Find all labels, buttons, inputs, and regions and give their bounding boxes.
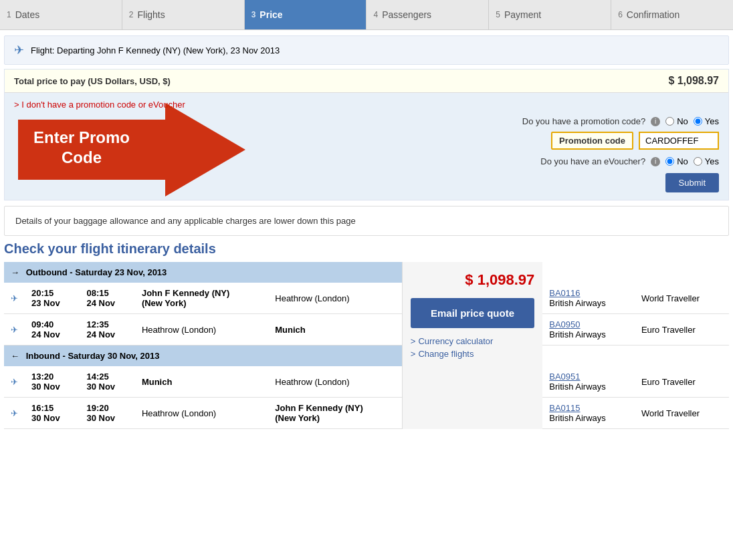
baggage-text: Details of your baggage allowance and an… — [15, 216, 356, 226]
to-3: Heathrow (London) — [268, 366, 402, 398]
step-num-1: 1 — [7, 10, 11, 19]
price-section: Total price to pay (US Dollars, USD, $) … — [4, 69, 729, 200]
promo-section: Enter Promo Code I don't have a promotio… — [5, 93, 728, 200]
right-panel: $ 1,098.97 Email price quote Currency ca… — [402, 262, 542, 429]
outbound-header-row: → Outbound - Saturday 23 Nov, 2013 $ 1,0… — [4, 262, 729, 283]
table-row: ✈ 13:20 30 Nov 14:25 30 Nov Munich Heath… — [4, 366, 729, 398]
cabin-3: Euro Traveller — [635, 366, 729, 398]
plane-icon-cell-3: ✈ — [4, 366, 25, 398]
flight-info-4: BA0115 British Airways — [542, 398, 635, 429]
promo-question-row: Do you have a promotion code? i No Yes — [14, 116, 719, 126]
submit-button[interactable]: Submit — [665, 173, 719, 192]
arrive-time-1: 08:15 24 Nov — [80, 283, 134, 314]
flight-info-1: BA0116 British Airways — [542, 283, 635, 314]
promo-no-label: No — [677, 116, 688, 126]
flight-info-bar: ✈ Flight: Departing John F Kennedy (NY) … — [4, 35, 729, 65]
to-4: John F Kennedy (NY)(New York) — [268, 398, 402, 429]
big-price: $ 1,098.97 — [411, 271, 535, 289]
evoucher-info-icon[interactable]: i — [651, 157, 660, 166]
baggage-info: Details of your baggage allowance and an… — [4, 206, 729, 236]
table-row: ✈ 16:15 30 Nov 19:20 30 Nov Heathrow (Lo… — [4, 398, 729, 429]
step-flights[interactable]: 2 Flights — [122, 0, 245, 29]
inbound-label: Inbound - Saturday 30 Nov, 2013 — [26, 351, 160, 361]
total-price-value: $ 1,098.97 — [668, 75, 719, 87]
plane-icon-cell: ✈ — [4, 283, 25, 314]
step-label-dates: Dates — [15, 9, 40, 20]
arrive-time-4: 19:20 30 Nov — [80, 398, 134, 429]
from-2: Heathrow (London) — [135, 314, 268, 345]
step-passengers[interactable]: 4 Passengers — [366, 0, 489, 29]
step-label-payment: Payment — [504, 9, 541, 20]
table-row: ✈ 09:40 24 Nov 12:35 24 Nov Heathrow (Lo… — [4, 314, 729, 345]
plane-icon-cell-4: ✈ — [4, 398, 25, 429]
depart-time-3: 13:20 30 Nov — [25, 366, 80, 398]
promo-yes-label: Yes — [705, 116, 719, 126]
flight-num-link-3[interactable]: BA0951 — [549, 372, 580, 382]
promo-radio-yes[interactable]: Yes — [694, 116, 719, 126]
step-label-passengers: Passengers — [382, 9, 431, 20]
inbound-header-row: ← Inbound - Saturday 30 Nov, 2013 — [4, 345, 729, 367]
promo-code-label: Promotion code — [551, 132, 633, 150]
flight-info-3: BA0951 British Airways — [542, 366, 635, 398]
carrier-1: British Airways — [549, 298, 606, 308]
plane-icon-3: ✈ — [11, 377, 18, 387]
evoucher-no-label: No — [677, 156, 688, 166]
step-num-6: 6 — [618, 10, 623, 19]
flight-info-2: BA0950 British Airways — [542, 314, 635, 345]
depart-time-2: 09:40 24 Nov — [25, 314, 80, 345]
carrier-4: British Airways — [549, 413, 606, 423]
total-price-label: Total price to pay (US Dollars, USD, $) — [14, 76, 171, 86]
promo-info-icon[interactable]: i — [651, 117, 660, 126]
step-num-5: 5 — [496, 10, 500, 19]
promo-question-label: Do you have a promotion code? — [522, 116, 645, 126]
flight-num-link-2[interactable]: BA0950 — [549, 319, 580, 329]
promo-no-code[interactable]: I don't have a promotion code or eVouche… — [14, 100, 719, 110]
evoucher-question-label: Do you have an eVoucher? — [540, 156, 645, 166]
promo-code-input[interactable] — [639, 132, 719, 150]
carrier-2: British Airways — [549, 329, 606, 339]
outbound-label: Outbound - Saturday 23 Nov, 2013 — [26, 267, 167, 277]
evoucher-radio-no[interactable]: No — [665, 156, 688, 166]
step-label-confirmation: Confirmation — [627, 9, 679, 20]
cabin-4: World Traveller — [635, 398, 729, 429]
wizard-steps: 1 Dates 2 Flights 3 Price 4 Passengers 5… — [0, 0, 733, 30]
flight-info-details: Departing John F Kennedy (NY) (New York)… — [57, 45, 280, 55]
itinerary-section: Check your flight itinerary details → Ou… — [4, 241, 729, 429]
total-price-row: Total price to pay (US Dollars, USD, $) … — [5, 69, 728, 93]
step-num-3: 3 — [251, 10, 256, 19]
plane-icon-2: ✈ — [11, 325, 18, 335]
cabin-2: Euro Traveller — [635, 314, 729, 345]
plane-icon: ✈ — [11, 293, 18, 303]
step-dates[interactable]: 1 Dates — [0, 0, 122, 29]
flight-num-link-1[interactable]: BA0116 — [549, 288, 580, 298]
step-payment[interactable]: 5 Payment — [489, 0, 611, 29]
from-4: Heathrow (London) — [135, 398, 268, 429]
evoucher-row: Do you have an eVoucher? i No Yes — [14, 156, 719, 166]
step-label-flights: Flights — [138, 9, 165, 20]
evoucher-yes-label: Yes — [705, 156, 719, 166]
table-row: ✈ 20:15 23 Nov 08:15 24 Nov John F Kenne… — [4, 283, 729, 314]
arrive-time-2: 12:35 24 Nov — [80, 314, 134, 345]
from-3: Munich — [135, 366, 268, 398]
step-price[interactable]: 3 Price — [245, 0, 367, 29]
plane-icon: ✈ — [14, 43, 24, 57]
plane-icon-4: ✈ — [11, 408, 18, 418]
depart-time-1: 20:15 23 Nov — [25, 283, 80, 314]
promo-radio-no[interactable]: No — [665, 116, 688, 126]
change-flights-link[interactable]: Change flights — [411, 349, 535, 359]
currency-calc-link[interactable]: Currency calculator — [411, 336, 535, 346]
flight-num-link-4[interactable]: BA0115 — [549, 403, 580, 413]
plane-icon-cell-2: ✈ — [4, 314, 25, 345]
to-2: Munich — [268, 314, 402, 345]
step-num-4: 4 — [373, 10, 378, 19]
from-1: John F Kennedy (NY)(New York) — [135, 283, 268, 314]
outbound-header: → Outbound - Saturday 23 Nov, 2013 — [4, 262, 402, 283]
flight-info-label: Flight: — [31, 45, 54, 55]
depart-time-4: 16:15 30 Nov — [25, 398, 80, 429]
promo-code-row: Promotion code — [14, 132, 719, 150]
step-confirmation[interactable]: 6 Confirmation — [611, 0, 733, 29]
email-quote-button[interactable]: Email price quote — [411, 298, 535, 328]
inbound-header: ← Inbound - Saturday 30 Nov, 2013 — [4, 345, 402, 367]
evoucher-radio-yes[interactable]: Yes — [694, 156, 719, 166]
to-1: Heathrow (London) — [268, 283, 402, 314]
